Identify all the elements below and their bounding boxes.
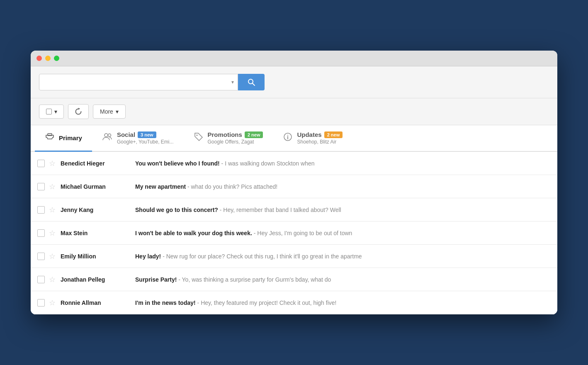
email-sender-1: Michael Gurman — [61, 183, 135, 190]
email-subject-3: I won't be able to walk your dog this we… — [135, 230, 252, 236]
email-row[interactable]: ☆ Benedict Hieger You won't believe who … — [31, 152, 557, 175]
email-row[interactable]: ☆ Emily Million Hey lady! - New rug for … — [31, 245, 557, 268]
search-input[interactable] — [39, 74, 238, 90]
email-star-1[interactable]: ☆ — [49, 182, 56, 191]
tab-social-subtitle: Google+, YouTube, Emi... — [117, 139, 174, 145]
email-row[interactable]: ☆ Max Stein I won't be able to walk your… — [31, 221, 557, 245]
email-row[interactable]: ☆ Ronnie Allman I'm in the news today! -… — [31, 291, 557, 314]
tab-updates[interactable]: Updates 2 new Shoehop, Blitz Air — [273, 125, 352, 152]
promotions-badge: 2 new — [245, 131, 263, 138]
email-checkbox-5[interactable] — [37, 276, 45, 283]
social-badge: 3 new — [138, 131, 156, 138]
email-checkbox-2[interactable] — [37, 206, 45, 214]
email-star-2[interactable]: ☆ — [49, 205, 56, 214]
svg-point-4 — [108, 134, 111, 137]
email-row[interactable]: ☆ Jonathan Pelleg Surprise Party! - Yo, … — [31, 268, 557, 291]
email-list: ☆ Benedict Hieger You won't believe who … — [31, 152, 557, 314]
tab-primary-title: Primary — [59, 134, 82, 141]
more-arrow-icon: ▾ — [116, 108, 119, 115]
checkbox-arrow-icon: ▾ — [54, 108, 57, 115]
email-content-0: You won't believe who I found! - I was w… — [135, 160, 551, 167]
inbox-icon — [45, 132, 55, 144]
close-button[interactable] — [36, 56, 42, 61]
email-checkbox-3[interactable] — [37, 229, 45, 237]
email-star-6[interactable]: ☆ — [49, 298, 56, 307]
email-preview-1: - what do you think? Pics attached! — [186, 183, 277, 190]
email-checkbox-6[interactable] — [37, 299, 45, 307]
people-icon — [102, 132, 113, 144]
traffic-lights — [36, 56, 59, 61]
titlebar — [31, 51, 557, 66]
email-star-0[interactable]: ☆ — [49, 159, 56, 168]
email-sender-6: Ronnie Allman — [61, 299, 135, 306]
email-sender-5: Jonathan Pelleg — [61, 276, 135, 283]
tab-updates-title: Updates 2 new — [297, 131, 343, 138]
email-preview-6: - Hey, they featured my project! Check i… — [196, 299, 337, 306]
email-subject-4: Hey lady! — [135, 253, 161, 260]
email-row[interactable]: ☆ Jenny Kang Should we go to this concer… — [31, 198, 557, 221]
minimize-button[interactable] — [45, 56, 51, 61]
email-content-3: I won't be able to walk your dog this we… — [135, 230, 551, 236]
search-button[interactable] — [238, 74, 265, 90]
svg-rect-2 — [48, 134, 52, 136]
email-content-2: Should we go to this concert? - Hey, rem… — [135, 207, 551, 213]
more-label: More — [100, 108, 113, 115]
tab-promotions-content: Promotions 2 new Google Offers, Zagat — [208, 131, 263, 145]
svg-point-3 — [104, 134, 108, 137]
search-input-container: ▾ — [39, 74, 238, 90]
email-star-5[interactable]: ☆ — [49, 275, 56, 284]
email-subject-6: I'm in the news today! — [135, 299, 196, 306]
svg-point-8 — [287, 135, 288, 136]
email-content-5: Surprise Party! - Yo, was thinking a sur… — [135, 276, 551, 283]
tabs-bar: Primary Social 3 new Google+, YouTube, E… — [31, 125, 557, 152]
select-checkbox-button[interactable]: ▾ — [39, 105, 64, 119]
tab-promotions-title: Promotions 2 new — [208, 131, 263, 138]
email-sender-2: Jenny Kang — [61, 207, 135, 213]
app-window: ▾ ▾ More ▾ — [31, 51, 557, 314]
more-button[interactable]: More ▾ — [93, 105, 126, 119]
refresh-button[interactable] — [68, 104, 89, 119]
email-preview-2: - Hey, remember that band I talked about… — [218, 207, 341, 213]
action-bar: ▾ More ▾ — [31, 98, 557, 125]
email-star-3[interactable]: ☆ — [49, 229, 56, 238]
email-sender-0: Benedict Hieger — [61, 160, 135, 167]
tab-updates-content: Updates 2 new Shoehop, Blitz Air — [297, 131, 343, 145]
search-icon — [247, 78, 255, 86]
updates-badge: 2 new — [324, 131, 343, 138]
tab-promotions[interactable]: Promotions 2 new Google Offers, Zagat — [184, 125, 273, 152]
email-subject-5: Surprise Party! — [135, 276, 177, 283]
email-content-6: I'm in the news today! - Hey, they featu… — [135, 299, 551, 306]
tab-promotions-subtitle: Google Offers, Zagat — [208, 139, 263, 145]
search-toolbar: ▾ — [31, 66, 557, 98]
email-preview-5: - Yo, was thinking a surprise party for … — [177, 276, 331, 283]
email-subject-2: Should we go to this concert? — [135, 207, 218, 213]
email-content-4: Hey lady! - New rug for our place? Check… — [135, 253, 551, 260]
tab-primary[interactable]: Primary — [35, 125, 92, 152]
email-preview-4: - New rug for our place? Check out this … — [161, 253, 362, 260]
email-checkbox-0[interactable] — [37, 160, 45, 167]
email-content-1: My new apartment - what do you think? Pi… — [135, 183, 551, 190]
email-star-4[interactable]: ☆ — [49, 252, 56, 261]
search-wrapper: ▾ — [39, 74, 265, 90]
tab-social[interactable]: Social 3 new Google+, YouTube, Emi... — [92, 125, 184, 152]
email-preview-3: - Hey Jess, I'm going to be out of town — [252, 230, 352, 236]
email-subject-0: You won't believe who I found! — [135, 160, 220, 167]
tag-icon — [194, 132, 204, 144]
checkbox-icon — [46, 109, 52, 114]
email-row[interactable]: ☆ Michael Gurman My new apartment - what… — [31, 175, 557, 198]
email-checkbox-4[interactable] — [37, 253, 45, 260]
email-subject-1: My new apartment — [135, 183, 186, 190]
svg-point-5 — [196, 135, 197, 136]
tab-updates-subtitle: Shoehop, Blitz Air — [297, 139, 343, 145]
refresh-icon — [75, 108, 82, 115]
maximize-button[interactable] — [54, 56, 59, 61]
email-sender-4: Emily Million — [61, 253, 135, 260]
email-sender-3: Max Stein — [61, 230, 135, 236]
tab-social-content: Social 3 new Google+, YouTube, Emi... — [117, 131, 174, 145]
tab-primary-content: Primary — [59, 134, 82, 141]
svg-line-1 — [253, 83, 255, 86]
info-icon — [283, 132, 293, 144]
email-preview-0: - I was walking down Stockton when — [220, 160, 315, 167]
tab-social-title: Social 3 new — [117, 131, 174, 138]
email-checkbox-1[interactable] — [37, 183, 45, 190]
